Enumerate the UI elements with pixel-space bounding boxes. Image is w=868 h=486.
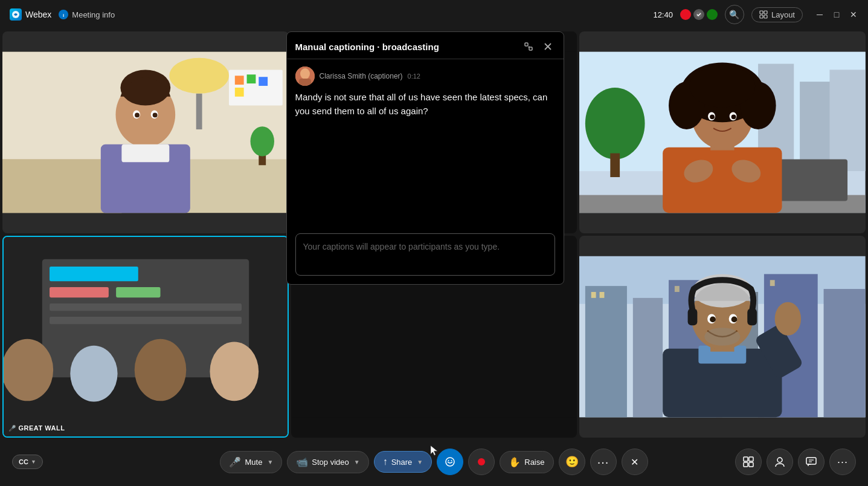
svg-rect-34: [830, 70, 866, 171]
mic-icon: 🎤: [8, 425, 16, 432]
layout-button[interactable]: Layout: [751, 7, 803, 22]
video-icon: 📹: [296, 456, 308, 468]
layout-view-icon: [742, 456, 754, 468]
svg-rect-52: [4, 257, 288, 416]
svg-point-67: [28, 335, 64, 377]
svg-text:i: i: [63, 13, 64, 18]
layout-label: Layout: [771, 10, 795, 19]
svg-rect-114: [744, 457, 748, 461]
participants-icon: [774, 456, 786, 468]
svg-point-113: [451, 460, 452, 461]
record-dot: [478, 458, 485, 465]
svg-rect-89: [770, 280, 775, 286]
meeting-info-label: Meeting info: [72, 10, 115, 19]
svg-rect-97: [688, 309, 698, 326]
svg-point-26: [135, 112, 140, 117]
svg-rect-6: [760, 15, 763, 18]
video-chevron-icon: ▼: [354, 459, 360, 465]
maximize-button[interactable]: □: [832, 10, 841, 19]
svg-point-63: [27, 363, 263, 423]
recording-dot: [680, 9, 691, 20]
svg-point-51: [731, 114, 736, 119]
svg-rect-65: [122, 381, 152, 401]
caption-close-button[interactable]: [541, 39, 555, 54]
cc-button[interactable]: CC ▼: [12, 455, 43, 469]
svg-point-69: [36, 325, 57, 351]
svg-point-70: [79, 334, 112, 373]
more-icon: ···: [597, 455, 609, 469]
record-button[interactable]: [468, 449, 495, 475]
mic-icon: 🎤: [229, 456, 241, 468]
svg-point-35: [585, 88, 645, 159]
reactions-button[interactable]: [437, 449, 463, 475]
chat-button[interactable]: [798, 449, 825, 475]
raise-button[interactable]: ✋ Raise: [500, 451, 553, 473]
layout-view-button[interactable]: [735, 449, 762, 475]
cc-chevron-icon: ▼: [31, 459, 36, 465]
share-icon: ↑: [383, 456, 388, 467]
svg-rect-60: [91, 305, 210, 310]
layout-icon: [759, 10, 768, 19]
svg-point-11: [169, 58, 229, 94]
caption-expand-button[interactable]: [521, 39, 536, 54]
caption-input-area[interactable]: Your captions will appear to participant…: [295, 233, 555, 276]
svg-rect-62: [91, 322, 233, 327]
svg-rect-115: [749, 457, 753, 461]
captioner-info: Clarissa Smith (captioner) 0:12: [295, 66, 555, 86]
caption-header: Manual captioning · broadcasting: [287, 32, 564, 59]
svg-point-112: [448, 460, 449, 461]
end-call-icon: ✕: [631, 456, 638, 468]
cc-label: CC: [19, 458, 28, 465]
share-button[interactable]: ↑ Share ▼: [374, 451, 432, 473]
meeting-info-button[interactable]: i Meeting info: [59, 10, 115, 19]
svg-rect-17: [235, 88, 244, 97]
expand-icon: [524, 42, 533, 51]
close-icon: [544, 42, 552, 51]
svg-point-47: [690, 65, 756, 107]
close-button[interactable]: ✕: [849, 10, 858, 19]
video-tile-6: [579, 236, 866, 438]
emoji-button[interactable]: 🙂: [559, 449, 585, 475]
svg-rect-39: [663, 147, 782, 213]
svg-point-72: [127, 333, 161, 372]
meeting-info-icon: i: [59, 10, 68, 19]
svg-rect-28: [121, 144, 169, 163]
participants-button[interactable]: [767, 449, 793, 475]
title-bar-left: Webex i Meeting info: [10, 8, 653, 21]
mute-chevron-icon: ▼: [267, 459, 273, 465]
minimize-button[interactable]: ─: [815, 10, 825, 19]
webex-icon: [10, 8, 22, 21]
caption-title: Manual captioning · broadcasting: [295, 42, 439, 52]
stop-video-button[interactable]: 📹 Stop video ▼: [287, 451, 368, 473]
svg-rect-12: [196, 94, 202, 129]
svg-rect-86: [591, 292, 596, 298]
svg-rect-57: [143, 287, 179, 293]
svg-rect-4: [760, 11, 763, 14]
app-name: Webex: [25, 10, 51, 19]
svg-rect-64: [49, 372, 88, 402]
more-right-icon: ···: [837, 456, 848, 468]
svg-rect-117: [749, 462, 753, 467]
more-right-button[interactable]: ···: [829, 449, 856, 475]
svg-rect-80: [585, 286, 627, 417]
mute-button[interactable]: 🎤 Mute ▼: [220, 451, 282, 473]
svg-rect-15: [247, 74, 256, 83]
svg-point-118: [777, 458, 782, 462]
video-tile-3: [579, 31, 866, 233]
svg-point-71: [83, 326, 107, 354]
more-options-button[interactable]: ···: [590, 449, 617, 475]
caption-header-actions: [521, 39, 555, 54]
stop-video-label: Stop video: [312, 458, 349, 467]
svg-rect-38: [776, 159, 847, 201]
svg-rect-5: [764, 11, 767, 14]
svg-point-50: [710, 114, 715, 119]
raise-label: Raise: [524, 458, 544, 467]
bottom-toolbar: CC ▼ 🎤 Mute ▼ 📹 Stop video ▼ ↑ Share ▼: [0, 438, 868, 486]
svg-rect-53: [80, 263, 258, 358]
captioner-name: Clarissa Smith (captioner): [320, 72, 403, 80]
search-button[interactable]: 🔍: [725, 5, 744, 24]
share-chevron-icon: ▼: [417, 459, 423, 465]
end-call-button[interactable]: ✕: [622, 449, 648, 475]
title-bar-right: 12:40 🔍 Layout ─ □ ✕: [653, 5, 858, 24]
svg-rect-54: [86, 268, 252, 354]
